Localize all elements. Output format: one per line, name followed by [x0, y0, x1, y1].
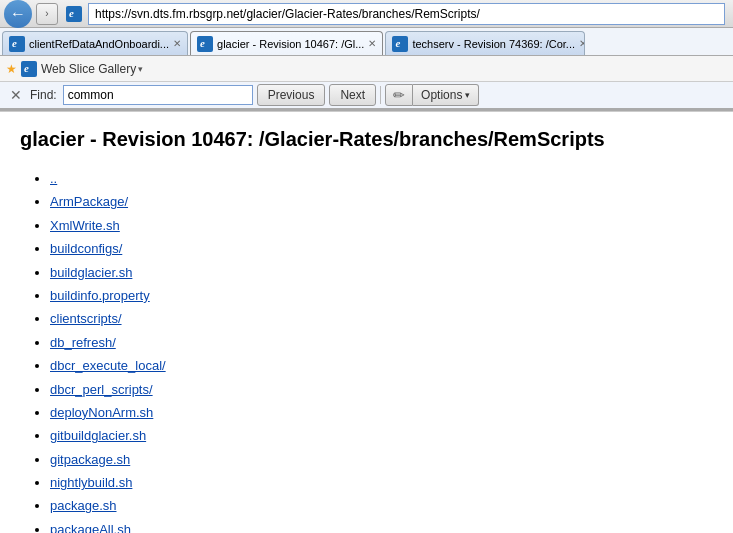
find-input[interactable] [63, 85, 253, 105]
find-options-label: Options [421, 88, 462, 102]
page-content: glacier - Revision 10467: /Glacier-Rates… [0, 112, 733, 533]
list-item: gitbuildglacier.sh [50, 424, 713, 447]
find-separator [380, 86, 381, 104]
favorites-star-icon: ★ [6, 62, 17, 76]
list-item: gitpackage.sh [50, 448, 713, 471]
file-link[interactable]: buildinfo.property [50, 288, 150, 303]
back-arrow-icon: ← [10, 5, 26, 23]
list-item: .. [50, 167, 713, 190]
file-link[interactable]: db_refresh/ [50, 335, 116, 350]
address-favicon [64, 4, 84, 24]
find-close-button[interactable]: ✕ [8, 87, 24, 103]
file-link[interactable]: dbcr_execute_local/ [50, 358, 166, 373]
title-bar: ← › [0, 0, 733, 28]
find-next-button[interactable]: Next [329, 84, 376, 106]
ie-favicon-icon [66, 6, 82, 22]
list-item: buildinfo.property [50, 284, 713, 307]
file-link[interactable]: ArmPackage/ [50, 194, 128, 209]
find-options-arrow-icon: ▾ [465, 90, 470, 100]
file-link[interactable]: .. [50, 171, 57, 186]
web-slice-gallery-label[interactable]: Web Slice Gallery [41, 62, 136, 76]
find-label: Find: [30, 88, 57, 102]
file-link[interactable]: buildglacier.sh [50, 265, 132, 280]
tab-glacier[interactable]: glacier - Revision 10467: /Gl... ✕ [190, 31, 383, 55]
file-link[interactable]: nightlybuild.sh [50, 475, 132, 490]
find-highlight-button[interactable]: ✏ [385, 84, 413, 106]
file-link[interactable]: buildconfigs/ [50, 241, 122, 256]
list-item: clientscripts/ [50, 307, 713, 330]
file-link[interactable]: gitpackage.sh [50, 452, 130, 467]
tab-favicon-techserv [392, 36, 408, 52]
tab-label-techserv: techserv - Revision 74369: /Cor... [412, 38, 575, 50]
web-slice-gallery-dropdown-icon[interactable]: ▾ [138, 64, 143, 74]
file-link[interactable]: gitbuildglacier.sh [50, 428, 146, 443]
find-bar: ✕ Find: Previous Next ✏ Options ▾ [0, 82, 733, 110]
back-button[interactable]: ← [4, 0, 32, 28]
favorites-bar: ★ Web Slice Gallery ▾ [0, 56, 733, 82]
tab-bar: clientRefDataAndOnboardi... ✕ glacier - … [0, 28, 733, 56]
file-link[interactable]: package.sh [50, 498, 117, 513]
list-item: ArmPackage/ [50, 190, 713, 213]
forward-button[interactable]: › [36, 3, 58, 25]
list-item: dbcr_perl_scripts/ [50, 378, 713, 401]
list-item: dbcr_execute_local/ [50, 354, 713, 377]
tab-techserv[interactable]: techserv - Revision 74369: /Cor... ✕ [385, 31, 585, 55]
tab-favicon-glacier [197, 36, 213, 52]
tab-close-glacier[interactable]: ✕ [368, 38, 376, 49]
address-bar-container [64, 3, 725, 25]
tab-label-clientref: clientRefDataAndOnboardi... [29, 38, 169, 50]
file-list: ..ArmPackage/XmlWrite.shbuildconfigs/bui… [20, 167, 713, 533]
list-item: buildglacier.sh [50, 261, 713, 284]
file-link[interactable]: XmlWrite.sh [50, 218, 120, 233]
find-previous-button[interactable]: Previous [257, 84, 326, 106]
find-options-button[interactable]: Options ▾ [413, 84, 479, 106]
file-link[interactable]: clientscripts/ [50, 311, 122, 326]
list-item: packageAll.sh [50, 518, 713, 533]
file-link[interactable]: deployNonArm.sh [50, 405, 153, 420]
tab-clientref[interactable]: clientRefDataAndOnboardi... ✕ [2, 31, 188, 55]
file-link[interactable]: dbcr_perl_scripts/ [50, 382, 153, 397]
list-item: nightlybuild.sh [50, 471, 713, 494]
file-link[interactable]: packageAll.sh [50, 522, 131, 533]
list-item: deployNonArm.sh [50, 401, 713, 424]
tab-label-glacier: glacier - Revision 10467: /Gl... [217, 38, 364, 50]
forward-arrow-icon: › [45, 8, 48, 19]
pencil-icon: ✏ [393, 87, 405, 103]
tab-close-techserv[interactable]: ✕ [579, 38, 585, 49]
web-slice-favicon-icon [21, 61, 37, 77]
address-input[interactable] [88, 3, 725, 25]
tab-favicon-clientref [9, 36, 25, 52]
page-title: glacier - Revision 10467: /Glacier-Rates… [20, 128, 713, 151]
list-item: db_refresh/ [50, 331, 713, 354]
browser-chrome: ← › clientRefDataAndOnboardi... ✕ glacie… [0, 0, 733, 111]
tab-close-clientref[interactable]: ✕ [173, 38, 181, 49]
list-item: XmlWrite.sh [50, 214, 713, 237]
list-item: package.sh [50, 494, 713, 517]
list-item: buildconfigs/ [50, 237, 713, 260]
